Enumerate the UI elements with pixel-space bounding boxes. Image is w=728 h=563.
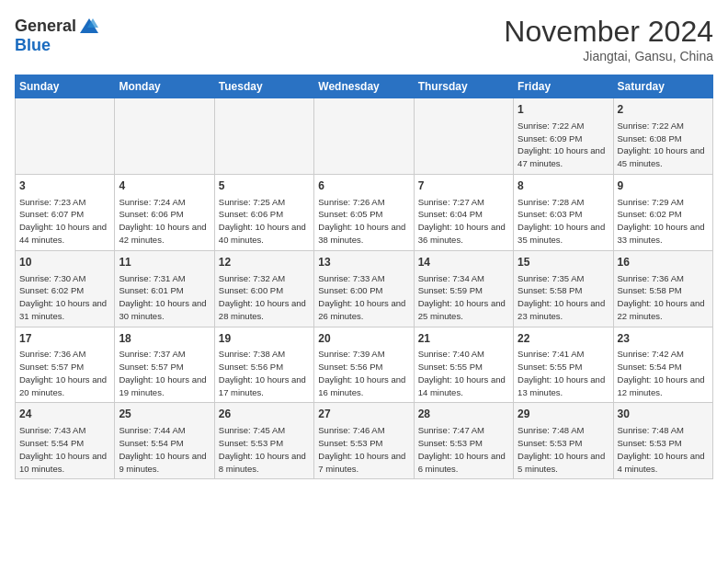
calendar-table: SundayMondayTuesdayWednesdayThursdayFrid… (15, 75, 713, 479)
title-block: November 2024 Jiangtai, Gansu, China (504, 15, 713, 63)
calendar-day-cell: 8Sunrise: 7:28 AMSunset: 6:03 PMDaylight… (514, 174, 613, 250)
day-number: 14 (418, 255, 509, 270)
day-of-week-header: Monday (115, 75, 214, 98)
day-info: Sunrise: 7:44 AMSunset: 5:54 PMDaylight:… (119, 424, 210, 475)
calendar-week-row: 17Sunrise: 7:36 AMSunset: 5:57 PMDayligh… (16, 327, 713, 403)
day-number: 23 (618, 331, 709, 347)
calendar-day-cell: 23Sunrise: 7:42 AMSunset: 5:54 PMDayligh… (613, 327, 712, 403)
calendar-day-cell (16, 98, 115, 175)
day-info: Sunrise: 7:22 AMSunset: 6:08 PMDaylight:… (618, 120, 709, 170)
calendar-day-cell: 10Sunrise: 7:30 AMSunset: 6:02 PMDayligh… (16, 250, 115, 327)
calendar-day-cell: 22Sunrise: 7:41 AMSunset: 5:55 PMDayligh… (514, 327, 613, 403)
day-info: Sunrise: 7:31 AMSunset: 6:01 PMDaylight:… (119, 272, 210, 323)
day-info: Sunrise: 7:42 AMSunset: 5:54 PMDaylight:… (618, 348, 709, 398)
calendar-day-cell: 13Sunrise: 7:33 AMSunset: 6:00 PMDayligh… (314, 250, 414, 327)
day-of-week-header: Wednesday (314, 75, 414, 98)
calendar-day-cell: 7Sunrise: 7:27 AMSunset: 6:04 PMDaylight… (414, 174, 513, 250)
day-info: Sunrise: 7:35 AMSunset: 5:58 PMDaylight:… (518, 272, 609, 323)
calendar-day-cell: 6Sunrise: 7:26 AMSunset: 6:05 PMDaylight… (314, 174, 414, 250)
day-of-week-header: Sunday (16, 75, 115, 98)
location-subtitle: Jiangtai, Gansu, China (504, 49, 713, 63)
day-info: Sunrise: 7:27 AMSunset: 6:04 PMDaylight:… (418, 196, 509, 247)
day-number: 12 (219, 255, 310, 270)
calendar-day-cell: 1Sunrise: 7:22 AMSunset: 6:09 PMDaylight… (514, 98, 613, 175)
day-number: 1 (518, 102, 609, 118)
day-number: 6 (318, 178, 409, 194)
day-of-week-header: Friday (514, 75, 613, 98)
calendar-day-cell: 14Sunrise: 7:34 AMSunset: 5:59 PMDayligh… (414, 250, 513, 327)
calendar-day-cell: 27Sunrise: 7:46 AMSunset: 5:53 PMDayligh… (314, 403, 414, 479)
calendar-day-cell: 26Sunrise: 7:45 AMSunset: 5:53 PMDayligh… (214, 403, 313, 479)
day-info: Sunrise: 7:48 AMSunset: 5:53 PMDaylight:… (518, 424, 609, 475)
calendar-week-row: 24Sunrise: 7:43 AMSunset: 5:54 PMDayligh… (16, 403, 713, 479)
day-info: Sunrise: 7:37 AMSunset: 5:57 PMDaylight:… (119, 348, 210, 398)
logo-icon (78, 15, 100, 37)
calendar-day-cell: 30Sunrise: 7:48 AMSunset: 5:53 PMDayligh… (613, 403, 712, 479)
day-info: Sunrise: 7:22 AMSunset: 6:09 PMDaylight:… (518, 120, 609, 170)
day-info: Sunrise: 7:47 AMSunset: 5:53 PMDaylight:… (418, 424, 509, 475)
day-info: Sunrise: 7:38 AMSunset: 5:56 PMDaylight:… (219, 348, 310, 398)
calendar-day-cell: 25Sunrise: 7:44 AMSunset: 5:54 PMDayligh… (115, 403, 214, 479)
page-header: General Blue November 2024 Jiangtai, Gan… (15, 15, 713, 63)
day-info: Sunrise: 7:40 AMSunset: 5:55 PMDaylight:… (418, 348, 509, 398)
day-number: 16 (618, 255, 709, 270)
day-number: 8 (518, 178, 609, 194)
day-of-week-header: Thursday (414, 75, 513, 98)
calendar-day-cell: 29Sunrise: 7:48 AMSunset: 5:53 PMDayligh… (514, 403, 613, 479)
day-info: Sunrise: 7:23 AMSunset: 6:07 PMDaylight:… (19, 196, 110, 247)
day-number: 5 (219, 178, 310, 194)
day-info: Sunrise: 7:32 AMSunset: 6:00 PMDaylight:… (219, 272, 310, 323)
day-info: Sunrise: 7:41 AMSunset: 5:55 PMDaylight:… (518, 348, 609, 398)
day-info: Sunrise: 7:43 AMSunset: 5:54 PMDaylight:… (19, 424, 110, 475)
calendar-day-cell (115, 98, 214, 175)
day-number: 7 (418, 178, 509, 194)
day-info: Sunrise: 7:48 AMSunset: 5:53 PMDaylight:… (618, 424, 709, 475)
day-info: Sunrise: 7:29 AMSunset: 6:02 PMDaylight:… (618, 196, 709, 247)
calendar-day-cell: 19Sunrise: 7:38 AMSunset: 5:56 PMDayligh… (214, 327, 313, 403)
month-title: November 2024 (504, 15, 713, 49)
day-info: Sunrise: 7:46 AMSunset: 5:53 PMDaylight:… (318, 424, 409, 475)
day-number: 22 (518, 331, 609, 347)
calendar-day-cell (214, 98, 313, 175)
calendar-day-cell: 5Sunrise: 7:25 AMSunset: 6:06 PMDaylight… (214, 174, 313, 250)
day-info: Sunrise: 7:28 AMSunset: 6:03 PMDaylight:… (518, 196, 609, 247)
day-info: Sunrise: 7:39 AMSunset: 5:56 PMDaylight:… (318, 348, 409, 398)
day-number: 2 (618, 102, 709, 118)
day-number: 24 (19, 407, 110, 422)
calendar-day-cell: 3Sunrise: 7:23 AMSunset: 6:07 PMDaylight… (16, 174, 115, 250)
calendar-day-cell: 15Sunrise: 7:35 AMSunset: 5:58 PMDayligh… (514, 250, 613, 327)
day-info: Sunrise: 7:45 AMSunset: 5:53 PMDaylight:… (219, 424, 310, 475)
day-info: Sunrise: 7:26 AMSunset: 6:05 PMDaylight:… (318, 196, 409, 247)
day-info: Sunrise: 7:30 AMSunset: 6:02 PMDaylight:… (19, 272, 110, 323)
day-info: Sunrise: 7:24 AMSunset: 6:06 PMDaylight:… (119, 196, 210, 247)
calendar-day-cell: 4Sunrise: 7:24 AMSunset: 6:06 PMDaylight… (115, 174, 214, 250)
calendar-day-cell: 16Sunrise: 7:36 AMSunset: 5:58 PMDayligh… (613, 250, 712, 327)
logo-blue-text: Blue (15, 37, 100, 53)
day-info: Sunrise: 7:33 AMSunset: 6:00 PMDaylight:… (318, 272, 409, 323)
calendar-week-row: 10Sunrise: 7:30 AMSunset: 6:02 PMDayligh… (16, 250, 713, 327)
day-number: 3 (19, 178, 110, 194)
calendar-day-cell: 20Sunrise: 7:39 AMSunset: 5:56 PMDayligh… (314, 327, 414, 403)
day-info: Sunrise: 7:36 AMSunset: 5:58 PMDaylight:… (618, 272, 709, 323)
calendar-day-cell (414, 98, 513, 175)
day-number: 29 (518, 407, 609, 422)
calendar-day-cell: 2Sunrise: 7:22 AMSunset: 6:08 PMDaylight… (613, 98, 712, 175)
day-number: 30 (618, 407, 709, 422)
days-of-week-row: SundayMondayTuesdayWednesdayThursdayFrid… (16, 75, 713, 98)
calendar-day-cell: 24Sunrise: 7:43 AMSunset: 5:54 PMDayligh… (16, 403, 115, 479)
calendar-day-cell: 17Sunrise: 7:36 AMSunset: 5:57 PMDayligh… (16, 327, 115, 403)
day-info: Sunrise: 7:34 AMSunset: 5:59 PMDaylight:… (418, 272, 509, 323)
day-number: 20 (318, 331, 409, 347)
day-number: 9 (618, 178, 709, 194)
day-number: 15 (518, 255, 609, 270)
day-number: 27 (318, 407, 409, 422)
calendar-week-row: 1Sunrise: 7:22 AMSunset: 6:09 PMDaylight… (16, 98, 713, 175)
day-of-week-header: Saturday (613, 75, 712, 98)
day-info: Sunrise: 7:25 AMSunset: 6:06 PMDaylight:… (219, 196, 310, 247)
calendar-day-cell: 11Sunrise: 7:31 AMSunset: 6:01 PMDayligh… (115, 250, 214, 327)
day-number: 17 (19, 331, 110, 347)
logo: General Blue (15, 15, 100, 53)
calendar-day-cell: 18Sunrise: 7:37 AMSunset: 5:57 PMDayligh… (115, 327, 214, 403)
calendar-day-cell: 21Sunrise: 7:40 AMSunset: 5:55 PMDayligh… (414, 327, 513, 403)
day-number: 28 (418, 407, 509, 422)
